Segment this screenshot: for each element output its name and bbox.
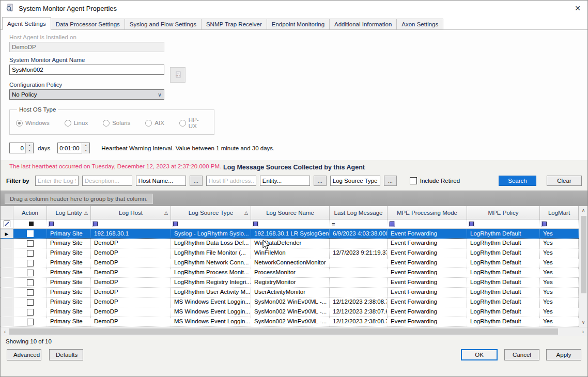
column-header-log-host[interactable]: Log Host△: [91, 206, 171, 219]
horizontal-scroll-thumb[interactable]: [9, 328, 558, 335]
filter-cell-last-log-message[interactable]: =: [330, 219, 388, 228]
row-header-cell[interactable]: ▶: [1, 229, 13, 238]
tab-data-processor-settings[interactable]: Data Processor Settings: [51, 19, 125, 29]
defaults-button[interactable]: Defaults: [49, 349, 83, 360]
filter-host-ip-input[interactable]: [206, 176, 256, 186]
grid-cell[interactable]: LogRhythm Default: [467, 278, 540, 287]
grid-cell[interactable]: Syslog - LogRhythm Syslo...: [171, 229, 251, 238]
row-header-cell[interactable]: [1, 258, 13, 268]
grid-cell[interactable]: [330, 258, 388, 268]
grid-cell[interactable]: WinFileMon: [251, 248, 330, 258]
grid-cell[interactable]: LogRhythm Default: [467, 248, 540, 258]
grid-cell[interactable]: UserActivityMonitor: [251, 288, 330, 297]
grid-cell[interactable]: ProcessMonitor: [251, 268, 330, 277]
grid-cell[interactable]: Yes: [540, 288, 579, 297]
apply-button[interactable]: Apply: [546, 349, 581, 360]
os-radio-solaris[interactable]: Solaris: [103, 117, 130, 129]
scroll-up-icon[interactable]: ∧: [579, 206, 587, 215]
grid-cell[interactable]: Primary Site: [47, 278, 91, 287]
spinner-arrows-icon[interactable]: ▲▼: [25, 143, 33, 153]
close-icon[interactable]: ✕: [568, 1, 587, 16]
os-radio-linux[interactable]: Linux: [65, 117, 88, 129]
grid-cell[interactable]: MS Windows Event Loggin...: [171, 297, 251, 307]
filter-row-header-cell[interactable]: [1, 219, 13, 228]
os-radio-aix[interactable]: AIX: [145, 117, 164, 129]
column-filter-icon[interactable]: [542, 222, 547, 226]
row-header-cell[interactable]: [1, 297, 13, 307]
filter-entity-browse-button[interactable]: ...: [314, 176, 327, 186]
column-filter-icon[interactable]: [49, 222, 54, 226]
column-header-last-log-message[interactable]: Last Log Message: [330, 206, 388, 219]
grid-cell[interactable]: Primary Site: [47, 239, 91, 248]
grid-cell[interactable]: LogRhythm Data Loss Def...: [171, 239, 251, 248]
heartbeat-days-stepper[interactable]: ▲▼: [9, 143, 34, 153]
table-row[interactable]: ▶Primary Site192.168.30.1Syslog - LogRhy…: [1, 229, 579, 239]
grid-cell[interactable]: Yes: [540, 297, 579, 307]
cancel-button[interactable]: Cancel: [504, 349, 539, 360]
grid-cell[interactable]: LogRhythm Default: [467, 268, 540, 277]
select-all-checkbox-icon[interactable]: [29, 222, 34, 226]
grid-cell[interactable]: Event Forwarding: [388, 278, 467, 287]
column-header-logmart[interactable]: LogMart: [540, 206, 579, 219]
grid-cell[interactable]: LogRhythm Default: [467, 297, 540, 307]
filter-host-name-browse-button[interactable]: ...: [190, 176, 203, 186]
filter-host-name-input[interactable]: [136, 176, 186, 186]
filter-cell-mpe-processing-mode[interactable]: [388, 219, 467, 228]
grid-cell[interactable]: LogRhythm Registry Integri...: [171, 278, 251, 287]
grid-cell[interactable]: SysMon002 WinEvtXML -...: [251, 307, 330, 317]
heartbeat-days-input[interactable]: [10, 143, 25, 153]
search-button[interactable]: Search: [499, 176, 536, 186]
grid-cell[interactable]: SysMon002 WinEvtXML -...: [251, 297, 330, 307]
tab-endpoint-monitoring[interactable]: Endpoint Monitoring: [267, 19, 330, 29]
grid-cell[interactable]: Primary Site: [47, 229, 91, 238]
heartbeat-interval-stepper[interactable]: ▲▼: [57, 143, 90, 153]
filter-cell-mpe-policy[interactable]: [467, 219, 540, 228]
action-cell[interactable]: [13, 258, 47, 268]
row-checkbox[interactable]: [27, 270, 34, 276]
column-filter-icon[interactable]: [469, 222, 474, 226]
row-header-cell[interactable]: [1, 248, 13, 258]
grid-cell[interactable]: Event Forwarding: [388, 317, 467, 326]
row-header-cell[interactable]: [1, 288, 13, 297]
column-header-mpe-policy[interactable]: MPE Policy: [467, 206, 540, 219]
grid-cell[interactable]: LogRhythm Default: [467, 258, 540, 268]
grid-cell[interactable]: Yes: [540, 268, 579, 277]
action-cell[interactable]: [13, 278, 47, 287]
filter-log-source-type-input[interactable]: [330, 176, 380, 186]
os-radio-windows[interactable]: Windows: [16, 117, 50, 129]
grid-cell[interactable]: Yes: [540, 229, 579, 238]
grid-cell[interactable]: Primary Site: [47, 288, 91, 297]
filter-cell-log-source-name[interactable]: [251, 219, 330, 228]
action-cell[interactable]: [13, 288, 47, 297]
filter-cell-log-source-type[interactable]: [171, 219, 251, 228]
table-row[interactable]: Primary SiteDemoDPMS Windows Event Loggi…: [1, 307, 579, 317]
table-row[interactable]: Primary SiteDemoDPMS Windows Event Loggi…: [1, 317, 579, 327]
grid-cell[interactable]: 192.168.30.1 LR SyslogGen: [251, 229, 330, 238]
agent-name-field[interactable]: [9, 65, 164, 75]
grid-cell[interactable]: Yes: [540, 248, 579, 258]
grid-cell[interactable]: DemoDP: [91, 239, 171, 248]
row-checkbox[interactable]: [27, 260, 34, 266]
group-by-bar[interactable]: Drag a column header here to group by th…: [1, 191, 587, 206]
grid-cell[interactable]: Primary Site: [47, 317, 91, 326]
grid-cell[interactable]: Yes: [540, 239, 579, 248]
grid-cell[interactable]: LogRhythm User Activity M...: [171, 288, 251, 297]
row-checkbox[interactable]: [27, 319, 34, 325]
grid-cell[interactable]: [330, 278, 388, 287]
grid-cell[interactable]: LogRhythm Network Conn...: [171, 258, 251, 268]
table-row[interactable]: Primary SiteDemoDPLogRhythm User Activit…: [1, 288, 579, 297]
grid-cell[interactable]: Primary Site: [47, 248, 91, 258]
refresh-host-button[interactable]: [170, 67, 185, 83]
tab-snmp-trap-receiver[interactable]: SNMP Trap Receiver: [202, 19, 267, 29]
column-filter-icon[interactable]: [390, 222, 394, 226]
column-header-log-source-name[interactable]: Log Source Name: [251, 206, 330, 219]
grid-cell[interactable]: [330, 239, 388, 248]
table-row[interactable]: Primary SiteDemoDPLogRhythm Process Moni…: [1, 268, 579, 278]
grid-cell[interactable]: [330, 268, 388, 277]
grid-cell[interactable]: 12/7/2023 9:21:19.37...: [330, 248, 388, 258]
vertical-scroll-thumb[interactable]: [581, 216, 586, 293]
grid-cell[interactable]: MS Windows Event Loggin...: [171, 317, 251, 326]
grid-cell[interactable]: DemoDP: [91, 278, 171, 287]
table-row[interactable]: Primary SiteDemoDPLogRhythm Registry Int…: [1, 278, 579, 288]
table-row[interactable]: Primary SiteDemoDPLogRhythm Network Conn…: [1, 258, 579, 268]
